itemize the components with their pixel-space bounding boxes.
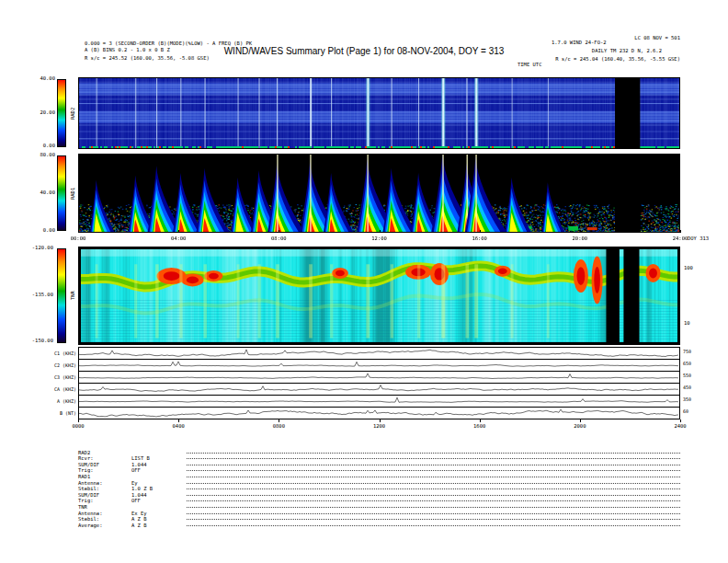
time-tick-tickmark [178,230,179,233]
rad1-colorbar-tick-mid: 40.00 [29,190,55,195]
bottom-time-tick-label: 0400 [173,423,185,429]
status-strip-right-value: 350 [683,396,691,402]
header-note-corner: LC 08 NOV = 501 [634,35,680,40]
legend-row: SUM/DIF1.044 [78,461,680,467]
bottom-time-tick-tickmark [279,419,279,422]
status-strips-block [78,347,680,419]
legend-row-value: 1.044 [131,462,187,467]
tnr-spectrogram-canvas [78,247,680,345]
doy-label: DOY 313 [688,236,709,241]
time-tick-tickmark [78,230,79,233]
tnr-colorbar [57,248,66,343]
rad2-colorbar-tick-top: 40.00 [29,75,55,81]
legend-dotted-leader [187,507,680,508]
status-strip-canvas [79,372,679,384]
bottom-time-tick-label: 1200 [373,423,385,429]
legend-row: Stabil:A Z B [78,516,680,523]
rad1-colorbar [57,155,66,231]
legend-row: Stabil:1.0 Z B [78,486,680,492]
rad2-panel-label: RAD2 [68,77,77,149]
legend-row: RAD1 [78,473,680,479]
time-tick-tickmark [580,230,581,233]
legend-dotted-leader [187,477,680,477]
status-strip-right-value: 550 [683,373,691,378]
legend-row: RAD2 [78,449,680,455]
status-strip-right-value: 650 [683,361,691,366]
legend-row-label: RAD1 [78,474,131,479]
bottom-time-tick-label: 2000 [574,423,586,429]
legend-dotted-leader [187,458,680,459]
tnr-right-tick-10: 10 [684,320,690,326]
legend-row-label: SUM/DIF [78,462,131,467]
time-tick-label: 20:00 [573,236,588,241]
legend-row-label: Rcvr: [78,455,131,461]
legend-row: Trig:OFF [78,498,680,504]
tnr-panel-label: TNR [68,247,77,345]
legend-row-label: Antenna: [78,480,131,486]
receiver-status-legend: RAD2Rcvr:LIST BSUM/DIF1.044Trig:OFFRAD1A… [78,449,680,528]
time-tick-tickmark [680,230,681,233]
time-tick-label: 12:00 [371,236,387,241]
tnr-colorbar-tick-top: -120.00 [28,245,53,250]
legend-row-value: LIST B [131,455,187,461]
legend-row-label: SUM/DIF [78,492,131,498]
legend-row-label: Stabil: [78,486,131,491]
bottom-time-tick-label: 1600 [473,423,485,429]
legend-row-value: 1.044 [131,492,187,498]
legend-row-label: Trig: [78,498,131,503]
legend-dotted-leader [187,519,680,520]
rad1-colorbar-tick-top: 80.00 [29,152,55,157]
legend-row: Rcvr:LIST B [78,455,680,462]
bottom-time-tick-tickmark [380,419,381,422]
legend-row: Trig:OFF [78,467,680,474]
tnr-colorbar-tick-bottom: -150.00 [28,338,53,343]
time-tick-label: 08:00 [271,236,287,241]
time-tick-label: 16:00 [472,236,487,241]
bottom-time-tick-tickmark [680,419,681,422]
legend-row: Antenna:Ex Ey [78,510,680,516]
legend-row-value: A Z B [131,516,187,522]
legend-row-label: Antenna: [78,511,131,516]
legend-row-value: A Z B [131,523,187,528]
status-strip-label: B (NT) [37,410,76,416]
status-strip-right-value: 450 [683,385,691,390]
rad2-colorbar-tick-bottom: 0.00 [29,143,55,148]
status-strip-label: CA (KHZ) [37,386,76,392]
rad2-colorbar [57,79,66,147]
legend-row: SUM/DIF1.044 [78,491,680,498]
legend-row-value: Ey [131,480,187,486]
rad1-panel-label: RAD1 [68,154,77,233]
spacecraft-position-end: R s/c = 245.04 (160.40, 35.56, -5.55 GSE… [555,56,680,62]
time-tick-tickmark [380,230,381,233]
bottom-time-tick-label: 0000 [72,423,84,429]
legend-row-value: Ex Ey [131,511,187,516]
wind-waves-summary-plot: 0.000 = 3 (SECOND-ORDER (B)(MODE)(%LOW) … [0,0,728,563]
status-strip-right-value: 60 [683,408,688,414]
legend-dotted-leader [187,483,680,484]
tnr-right-tick-100: 100 [684,265,693,270]
legend-dotted-leader [187,488,680,489]
bottom-time-tick-tickmark [580,419,581,422]
legend-dotted-leader [187,453,680,454]
time-tick-label: 00:00 [71,236,86,241]
legend-dotted-leader [187,495,680,496]
legend-row-label: RAD2 [78,450,131,455]
rad1-spectrogram-canvas [78,154,680,233]
legend-row-value: OFF [131,498,187,503]
legend-dotted-leader [187,513,680,514]
time-tick-tickmark [279,230,279,233]
bottom-time-tick-label: 0800 [273,423,285,429]
time-tick-tickmark [480,230,481,233]
legend-row-value: OFF [131,467,187,473]
legend-dotted-leader [187,500,680,501]
status-strip-label: A (KHZ) [37,398,76,404]
bottom-time-tick-tickmark [480,419,481,422]
legend-row-label: Stabil: [78,516,131,522]
time-axis-title: TIME UTC [518,62,542,67]
status-strip-right-value: 750 [683,349,691,354]
legend-dotted-leader [187,470,680,471]
legend-row: TNR [78,503,680,510]
status-strip-canvas [79,384,679,396]
legend-dotted-leader [187,525,680,526]
time-tick-label: 04:00 [171,236,187,241]
